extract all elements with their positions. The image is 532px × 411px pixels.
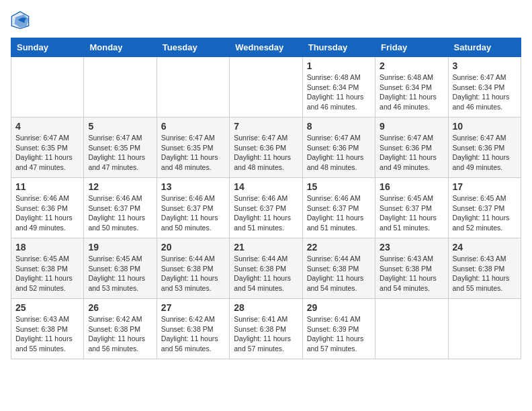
day-header-wednesday: Wednesday	[230, 38, 302, 57]
day-info: Sunrise: 6:47 AM Sunset: 6:35 PM Dayligh…	[161, 133, 225, 173]
day-number: 28	[234, 302, 298, 313]
logo-icon	[11, 11, 30, 30]
day-info: Sunrise: 6:46 AM Sunset: 6:37 PM Dayligh…	[88, 193, 152, 233]
day-number: 20	[161, 242, 225, 253]
day-info: Sunrise: 6:44 AM Sunset: 6:38 PM Dayligh…	[161, 254, 225, 293]
calendar-cell: 7Sunrise: 6:47 AM Sunset: 6:36 PM Daylig…	[230, 118, 302, 178]
day-header-friday: Friday	[375, 38, 448, 57]
day-number: 15	[307, 181, 371, 192]
day-info: Sunrise: 6:44 AM Sunset: 6:38 PM Dayligh…	[307, 254, 371, 293]
day-number: 27	[161, 302, 225, 313]
day-number: 1	[307, 60, 371, 71]
calendar-cell: 8Sunrise: 6:47 AM Sunset: 6:36 PM Daylig…	[302, 118, 375, 178]
day-info: Sunrise: 6:46 AM Sunset: 6:37 PM Dayligh…	[161, 193, 225, 233]
calendar-cell: 20Sunrise: 6:44 AM Sunset: 6:38 PM Dayli…	[157, 238, 229, 299]
day-info: Sunrise: 6:42 AM Sunset: 6:38 PM Dayligh…	[88, 314, 152, 354]
calendar-cell: 23Sunrise: 6:43 AM Sunset: 6:38 PM Dayli…	[375, 238, 448, 299]
week-row-4: 18Sunrise: 6:45 AM Sunset: 6:38 PM Dayli…	[11, 238, 521, 299]
calendar-cell: 26Sunrise: 6:42 AM Sunset: 6:38 PM Dayli…	[84, 299, 157, 359]
calendar-cell: 21Sunrise: 6:44 AM Sunset: 6:38 PM Dayli…	[230, 238, 302, 299]
calendar-cell	[157, 57, 229, 118]
day-number: 3	[453, 60, 517, 71]
calendar-cell: 25Sunrise: 6:43 AM Sunset: 6:38 PM Dayli…	[11, 299, 84, 359]
day-header-monday: Monday	[84, 38, 157, 57]
day-number: 19	[88, 242, 152, 253]
day-info: Sunrise: 6:43 AM Sunset: 6:38 PM Dayligh…	[380, 254, 443, 293]
day-number: 13	[161, 181, 225, 192]
day-number: 23	[380, 242, 443, 253]
calendar-cell: 12Sunrise: 6:46 AM Sunset: 6:37 PM Dayli…	[84, 178, 157, 238]
day-header-tuesday: Tuesday	[157, 38, 229, 57]
calendar-table: SundayMondayTuesdayWednesdayThursdayFrid…	[11, 38, 521, 359]
calendar-cell: 29Sunrise: 6:41 AM Sunset: 6:39 PM Dayli…	[302, 299, 375, 359]
day-info: Sunrise: 6:47 AM Sunset: 6:36 PM Dayligh…	[380, 133, 443, 173]
calendar-cell: 19Sunrise: 6:45 AM Sunset: 6:38 PM Dayli…	[84, 238, 157, 299]
calendar-cell: 2Sunrise: 6:48 AM Sunset: 6:34 PM Daylig…	[375, 57, 448, 118]
calendar-cell: 16Sunrise: 6:45 AM Sunset: 6:37 PM Dayli…	[375, 178, 448, 238]
calendar-cell: 18Sunrise: 6:45 AM Sunset: 6:38 PM Dayli…	[11, 238, 84, 299]
calendar-cell	[230, 57, 302, 118]
logo	[11, 11, 32, 30]
day-number: 16	[380, 181, 443, 192]
day-info: Sunrise: 6:41 AM Sunset: 6:39 PM Dayligh…	[307, 314, 371, 354]
day-number: 9	[380, 121, 443, 132]
day-info: Sunrise: 6:43 AM Sunset: 6:38 PM Dayligh…	[15, 314, 79, 354]
day-number: 14	[234, 181, 298, 192]
calendar-cell	[448, 299, 521, 359]
week-row-5: 25Sunrise: 6:43 AM Sunset: 6:38 PM Dayli…	[11, 299, 521, 359]
day-number: 29	[307, 302, 371, 313]
calendar-cell: 24Sunrise: 6:43 AM Sunset: 6:38 PM Dayli…	[448, 238, 521, 299]
day-number: 6	[161, 121, 225, 132]
day-info: Sunrise: 6:47 AM Sunset: 6:34 PM Dayligh…	[453, 73, 517, 112]
calendar-cell: 22Sunrise: 6:44 AM Sunset: 6:38 PM Dayli…	[302, 238, 375, 299]
day-info: Sunrise: 6:48 AM Sunset: 6:34 PM Dayligh…	[307, 73, 371, 112]
day-info: Sunrise: 6:41 AM Sunset: 6:38 PM Dayligh…	[234, 314, 298, 354]
day-info: Sunrise: 6:45 AM Sunset: 6:38 PM Dayligh…	[15, 254, 79, 293]
day-info: Sunrise: 6:47 AM Sunset: 6:36 PM Dayligh…	[307, 133, 371, 173]
day-number: 21	[234, 242, 298, 253]
day-info: Sunrise: 6:42 AM Sunset: 6:38 PM Dayligh…	[161, 314, 225, 354]
day-number: 24	[453, 242, 517, 253]
day-info: Sunrise: 6:44 AM Sunset: 6:38 PM Dayligh…	[234, 254, 298, 293]
calendar-cell: 11Sunrise: 6:46 AM Sunset: 6:36 PM Dayli…	[11, 178, 84, 238]
calendar-cell: 14Sunrise: 6:46 AM Sunset: 6:37 PM Dayli…	[230, 178, 302, 238]
day-info: Sunrise: 6:45 AM Sunset: 6:37 PM Dayligh…	[380, 193, 443, 233]
day-header-sunday: Sunday	[11, 38, 84, 57]
page-header	[11, 11, 521, 30]
day-number: 2	[380, 60, 443, 71]
day-info: Sunrise: 6:46 AM Sunset: 6:37 PM Dayligh…	[234, 193, 298, 233]
day-info: Sunrise: 6:47 AM Sunset: 6:35 PM Dayligh…	[15, 133, 79, 173]
week-row-1: 1Sunrise: 6:48 AM Sunset: 6:34 PM Daylig…	[11, 57, 521, 118]
calendar-cell: 13Sunrise: 6:46 AM Sunset: 6:37 PM Dayli…	[157, 178, 229, 238]
day-number: 26	[88, 302, 152, 313]
calendar-cell: 17Sunrise: 6:45 AM Sunset: 6:37 PM Dayli…	[448, 178, 521, 238]
day-number: 4	[15, 121, 79, 132]
day-number: 7	[234, 121, 298, 132]
day-info: Sunrise: 6:45 AM Sunset: 6:37 PM Dayligh…	[453, 193, 517, 233]
calendar-cell	[375, 299, 448, 359]
day-number: 22	[307, 242, 371, 253]
day-info: Sunrise: 6:46 AM Sunset: 6:37 PM Dayligh…	[307, 193, 371, 233]
day-info: Sunrise: 6:45 AM Sunset: 6:38 PM Dayligh…	[88, 254, 152, 293]
day-number: 17	[453, 181, 517, 192]
day-number: 8	[307, 121, 371, 132]
day-number: 25	[15, 302, 79, 313]
day-number: 18	[15, 242, 79, 253]
calendar-cell: 9Sunrise: 6:47 AM Sunset: 6:36 PM Daylig…	[375, 118, 448, 178]
week-row-2: 4Sunrise: 6:47 AM Sunset: 6:35 PM Daylig…	[11, 118, 521, 178]
calendar-cell: 28Sunrise: 6:41 AM Sunset: 6:38 PM Dayli…	[230, 299, 302, 359]
day-number: 12	[88, 181, 152, 192]
calendar-cell	[11, 57, 84, 118]
day-info: Sunrise: 6:46 AM Sunset: 6:36 PM Dayligh…	[15, 193, 79, 233]
calendar-cell: 1Sunrise: 6:48 AM Sunset: 6:34 PM Daylig…	[302, 57, 375, 118]
calendar-cell: 4Sunrise: 6:47 AM Sunset: 6:35 PM Daylig…	[11, 118, 84, 178]
day-info: Sunrise: 6:47 AM Sunset: 6:36 PM Dayligh…	[234, 133, 298, 173]
week-row-3: 11Sunrise: 6:46 AM Sunset: 6:36 PM Dayli…	[11, 178, 521, 238]
day-number: 11	[15, 181, 79, 192]
day-header-saturday: Saturday	[448, 38, 521, 57]
calendar-cell: 6Sunrise: 6:47 AM Sunset: 6:35 PM Daylig…	[157, 118, 229, 178]
day-info: Sunrise: 6:47 AM Sunset: 6:35 PM Dayligh…	[88, 133, 152, 173]
day-number: 5	[88, 121, 152, 132]
calendar-cell: 5Sunrise: 6:47 AM Sunset: 6:35 PM Daylig…	[84, 118, 157, 178]
calendar-cell: 27Sunrise: 6:42 AM Sunset: 6:38 PM Dayli…	[157, 299, 229, 359]
